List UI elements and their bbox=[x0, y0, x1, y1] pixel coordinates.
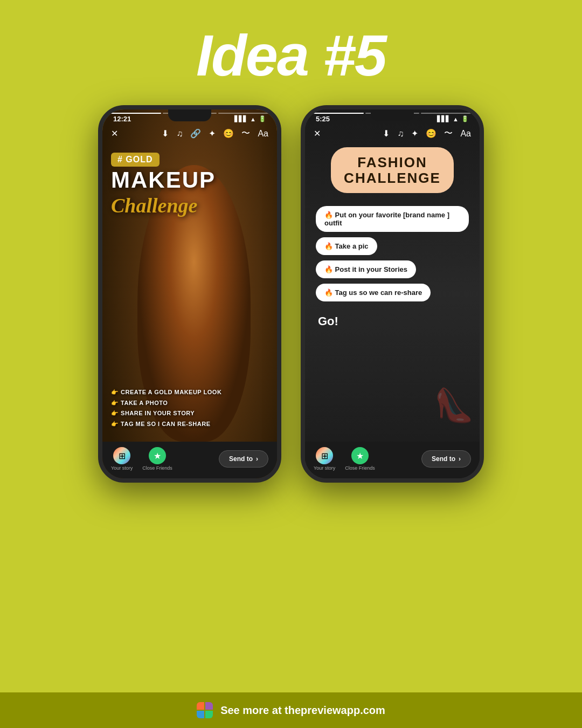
signal-icon-2: ▋▋▋ bbox=[437, 115, 450, 122]
emoji-icon[interactable]: 😊 bbox=[223, 128, 234, 139]
footer-text: See more at thepreviewapp.com bbox=[220, 704, 385, 717]
signal-icon: ▋▋▋ bbox=[234, 115, 247, 122]
phone1-your-story-group[interactable]: ⊞ Your story bbox=[111, 447, 133, 471]
chevron-right-icon-2: › bbox=[459, 455, 461, 463]
wifi-icon: ▲ bbox=[250, 116, 256, 122]
phone2-overlay: FASHION CHALLENGE 🔥 Put on your favorite… bbox=[305, 109, 480, 478]
phone1-story-content: 12:21 ▋▋▋ ▲ 🔋 ✕ ⬇ ♫ 🔗 ✦ 😊 〜 Aa bbox=[102, 109, 277, 478]
phone2-status-icons: ▋▋▋ ▲ 🔋 bbox=[437, 115, 469, 122]
progress-bar-p1 bbox=[309, 113, 364, 114]
phone1-time: 12:21 bbox=[113, 115, 131, 123]
close-icon[interactable]: ✕ bbox=[111, 128, 118, 139]
sparkle-icon[interactable]: ✦ bbox=[209, 128, 216, 139]
phone1-status-icons: ▋▋▋ ▲ 🔋 bbox=[234, 115, 266, 122]
close-friends-icon: ★ bbox=[149, 447, 166, 464]
fashion-badge-line2: CHALLENGE bbox=[342, 170, 442, 186]
your-story-icon: ⊞ bbox=[113, 447, 130, 464]
phone2-story-toolbar: ✕ ⬇ ♫ ✦ 😊 〜 Aa bbox=[305, 126, 480, 141]
logo-q1 bbox=[197, 702, 204, 710]
battery-icon-2: 🔋 bbox=[461, 115, 469, 122]
phone-2: 👠 5:25 ▋▋▋ ▲ 🔋 ✕ ⬇ bbox=[301, 105, 484, 483]
wifi-icon-2: ▲ bbox=[453, 116, 459, 122]
phone1-overlay: # GOLD MAKEUP Challenge bbox=[102, 109, 277, 478]
phone2-send-to-button[interactable]: Send to › bbox=[421, 450, 471, 468]
phone2-story-content: 👠 5:25 ▋▋▋ ▲ 🔋 ✕ ⬇ bbox=[305, 109, 480, 478]
close-friends-label: Close Friends bbox=[142, 465, 172, 471]
download-icon[interactable]: ⬇ bbox=[162, 128, 169, 139]
your-story-icon-2: ⊞ bbox=[316, 447, 333, 464]
phone2-your-story-group[interactable]: ⊞ Your story bbox=[314, 447, 335, 471]
page-title: Idea #5 bbox=[196, 22, 386, 89]
phone1-story-toolbar: ✕ ⬇ ♫ 🔗 ✦ 😊 〜 Aa bbox=[102, 126, 277, 141]
footer: See more at thepreviewapp.com bbox=[0, 692, 582, 728]
fashion-badge-line1: FASHION bbox=[342, 155, 442, 170]
send-to-label-2: Send to bbox=[432, 455, 455, 463]
phone2-toolbar-icons: ⬇ ♫ ✦ 😊 〜 Aa bbox=[383, 128, 471, 139]
draw-icon[interactable]: 〜 bbox=[241, 128, 250, 139]
battery-icon: 🔋 bbox=[259, 115, 266, 122]
fashion-go-text: Go! bbox=[316, 314, 469, 328]
progress-bar-3 bbox=[218, 113, 273, 114]
makeup-title: MAKEUP bbox=[111, 169, 268, 191]
phone1-notch bbox=[168, 109, 211, 121]
phone-1: 12:21 ▋▋▋ ▲ 🔋 ✕ ⬇ ♫ 🔗 ✦ 😊 〜 Aa bbox=[98, 105, 281, 483]
send-to-label: Send to bbox=[229, 455, 253, 463]
phone2-close-friends-group[interactable]: ★ Close Friends bbox=[345, 447, 375, 471]
close-friends-icon-2: ★ bbox=[351, 447, 369, 464]
chevron-right-icon: › bbox=[256, 455, 258, 463]
phone2-notch bbox=[371, 109, 414, 121]
footer-logo bbox=[197, 702, 213, 718]
challenge-italic: Challenge bbox=[111, 194, 268, 217]
close-friends-label-2: Close Friends bbox=[345, 465, 375, 471]
fashion-item-4: 🔥 Tag us so we can re-share bbox=[316, 284, 431, 301]
text-icon-2[interactable]: Aa bbox=[460, 129, 471, 139]
music-icon-2[interactable]: ♫ bbox=[397, 129, 404, 139]
phone2-time: 5:25 bbox=[316, 115, 330, 123]
phone1-toolbar-icons: ⬇ ♫ 🔗 ✦ 😊 〜 Aa bbox=[162, 128, 268, 139]
download-icon-2[interactable]: ⬇ bbox=[383, 128, 390, 139]
draw-icon-2[interactable]: 〜 bbox=[444, 128, 453, 139]
progress-bar-p3 bbox=[421, 113, 475, 114]
fashion-item-3: 🔥 Post it in your Stories bbox=[316, 260, 416, 278]
close-icon-2[interactable]: ✕ bbox=[314, 128, 321, 139]
progress-bar-1 bbox=[107, 113, 161, 114]
your-story-label: Your story bbox=[111, 465, 133, 471]
logo-q2 bbox=[205, 702, 213, 710]
phones-container: 12:21 ▋▋▋ ▲ 🔋 ✕ ⬇ ♫ 🔗 ✦ 😊 〜 Aa bbox=[98, 105, 484, 692]
sparkle-icon-2[interactable]: ✦ bbox=[411, 128, 418, 139]
phone2-bottom-left: ⊞ Your story ★ Close Friends bbox=[314, 447, 375, 471]
logo-q4 bbox=[205, 711, 213, 718]
phone1-bottom-left: ⊞ Your story ★ Close Friends bbox=[111, 447, 172, 471]
fashion-challenge-badge: FASHION CHALLENGE bbox=[331, 147, 453, 193]
logo-q3 bbox=[197, 711, 204, 718]
phone1-send-to-button[interactable]: Send to › bbox=[219, 450, 268, 468]
phone2-bottom-bar: ⊞ Your story ★ Close Friends Send to › bbox=[305, 442, 480, 478]
music-icon[interactable]: ♫ bbox=[176, 129, 183, 139]
phone1-close-friends-group[interactable]: ★ Close Friends bbox=[142, 447, 172, 471]
hashtag-gold-tag: # GOLD bbox=[111, 153, 160, 167]
fashion-item-2: 🔥 Take a pic bbox=[316, 237, 377, 255]
link-icon[interactable]: 🔗 bbox=[190, 128, 201, 139]
fashion-item-1: 🔥 Put on your favorite [brand name ] out… bbox=[316, 206, 469, 232]
phone1-bottom-bar: ⊞ Your story ★ Close Friends Send to › bbox=[102, 442, 277, 478]
your-story-label-2: Your story bbox=[314, 465, 335, 471]
emoji-icon-2[interactable]: 😊 bbox=[426, 128, 436, 139]
text-icon[interactable]: Aa bbox=[258, 129, 268, 139]
